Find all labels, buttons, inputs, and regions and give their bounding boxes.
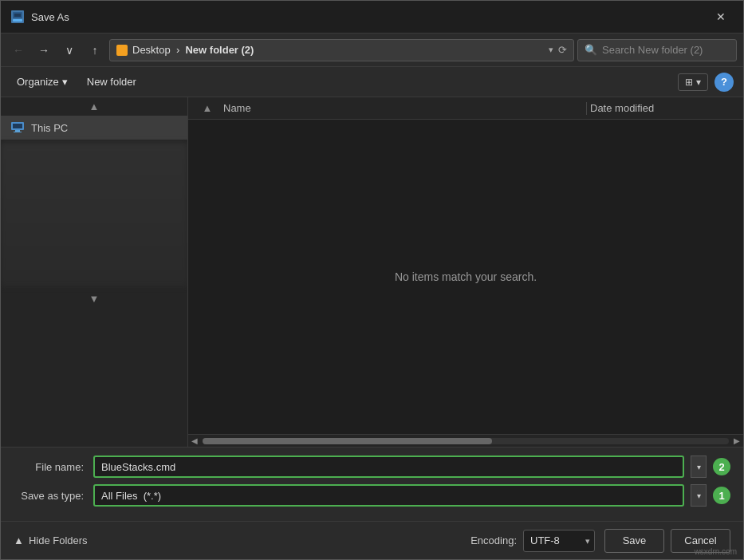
organize-label: Organize xyxy=(17,76,59,88)
scrollbar-track xyxy=(203,438,729,444)
scrollbar-thumb[interactable] xyxy=(203,438,492,444)
this-pc-icon xyxy=(10,120,25,135)
save-button[interactable]: Save xyxy=(604,529,664,553)
refresh-icon[interactable]: ⟳ xyxy=(558,44,567,56)
search-placeholder: Search New folder (2) xyxy=(602,44,703,56)
svg-rect-2 xyxy=(13,19,22,22)
sidebar-scroll-down-button[interactable]: ▼ xyxy=(1,290,187,308)
save-as-dialog: Save As ✕ ← → ∨ ↑ Desktop › New folder (… xyxy=(0,0,744,560)
svg-rect-6 xyxy=(15,130,20,132)
sidebar-scroll-up-button[interactable]: ▲ xyxy=(1,97,187,116)
col-header-name[interactable]: Name xyxy=(220,102,586,114)
encoding-wrapper: UTF-8 UTF-16 ANSI ASCII xyxy=(523,530,595,552)
bottom-form: File name: ▾ 2 Save as type: ▾ 1 xyxy=(1,447,743,521)
sidebar-blurred-items xyxy=(1,143,187,286)
empty-message: No items match your search. xyxy=(395,270,537,283)
new-folder-button[interactable]: New folder xyxy=(81,73,143,91)
view-icon: ⊞ xyxy=(685,77,693,88)
back-button[interactable]: ← xyxy=(7,39,30,61)
sidebar: ▲ This PC ▼ xyxy=(1,97,188,447)
address-bar[interactable]: Desktop › New folder (2) ▾ ⟳ xyxy=(109,39,574,61)
scroll-left-button[interactable]: ◀ xyxy=(188,435,201,448)
view-chevron-icon: ▾ xyxy=(696,77,701,88)
view-button[interactable]: ⊞ ▾ xyxy=(678,73,708,91)
hide-folders-label: Hide Folders xyxy=(29,534,88,546)
content-area: ▲ This PC ▼ ▲ Name xyxy=(1,97,743,447)
file-name-wrapper: ▾ 2 xyxy=(93,455,730,478)
file-name-badge: 2 xyxy=(713,458,730,475)
up-button[interactable]: ↑ xyxy=(84,39,106,61)
title-bar-controls: ✕ xyxy=(708,5,734,29)
encoding-label: Encoding: xyxy=(470,534,517,546)
organize-chevron-icon: ▾ xyxy=(62,76,68,88)
save-type-badge: 1 xyxy=(713,487,730,504)
hide-folders-icon: ▲ xyxy=(14,534,24,546)
svg-rect-5 xyxy=(13,124,22,128)
scroll-right-button[interactable]: ▶ xyxy=(730,435,743,448)
save-type-input[interactable] xyxy=(93,484,684,507)
file-name-label: File name: xyxy=(14,461,93,473)
encoding-select[interactable]: UTF-8 UTF-16 ANSI ASCII xyxy=(523,530,595,552)
save-type-label: Save as type: xyxy=(14,490,93,502)
organize-button[interactable]: Organize ▾ xyxy=(10,73,74,91)
sidebar-item-this-pc[interactable]: This PC xyxy=(1,116,187,140)
file-name-dropdown-button[interactable]: ▾ xyxy=(691,455,707,478)
col-header-date[interactable]: Date modified xyxy=(587,102,730,114)
footer: ▲ Hide Folders Encoding: UTF-8 UTF-16 AN… xyxy=(1,521,743,559)
dropdown-button[interactable]: ∨ xyxy=(58,39,81,61)
dialog-icon xyxy=(10,10,25,24)
file-list-header: ▲ Name Date modified xyxy=(188,97,743,120)
file-name-row: File name: ▾ 2 xyxy=(14,455,730,478)
sort-up-icon[interactable]: ▲ xyxy=(201,102,214,114)
address-dropdown-icon[interactable]: ▾ xyxy=(549,45,553,55)
hide-folders-button[interactable]: ▲ Hide Folders xyxy=(14,534,88,546)
title-bar: Save As ✕ xyxy=(1,1,743,34)
navigation-toolbar: ← → ∨ ↑ Desktop › New folder (2) ▾ ⟳ 🔍 S… xyxy=(1,34,743,67)
action-toolbar: Organize ▾ New folder ⊞ ▾ ? xyxy=(1,67,743,97)
save-type-dropdown-button[interactable]: ▾ xyxy=(691,484,707,507)
file-name-input[interactable] xyxy=(93,455,684,478)
save-type-row: Save as type: ▾ 1 xyxy=(14,484,730,507)
svg-rect-7 xyxy=(14,132,22,132)
svg-rect-3 xyxy=(14,14,21,17)
watermark: wsxdrn.com xyxy=(695,547,737,556)
file-list-body: No items match your search. xyxy=(188,120,743,434)
close-button[interactable]: ✕ xyxy=(708,5,734,29)
search-icon: 🔍 xyxy=(585,44,597,56)
folder-icon xyxy=(116,45,128,56)
help-button[interactable]: ? xyxy=(714,73,734,92)
save-type-wrapper: ▾ 1 xyxy=(93,484,730,507)
search-bar[interactable]: 🔍 Search New folder (2) xyxy=(577,39,737,61)
this-pc-label: This PC xyxy=(31,122,178,134)
dialog-title: Save As xyxy=(31,11,708,23)
horizontal-scrollbar[interactable]: ◀ ▶ xyxy=(188,434,743,447)
file-list: ▲ Name Date modified No items match your… xyxy=(188,97,743,447)
address-text: Desktop › New folder (2) xyxy=(132,44,544,56)
forward-button[interactable]: → xyxy=(33,39,55,61)
